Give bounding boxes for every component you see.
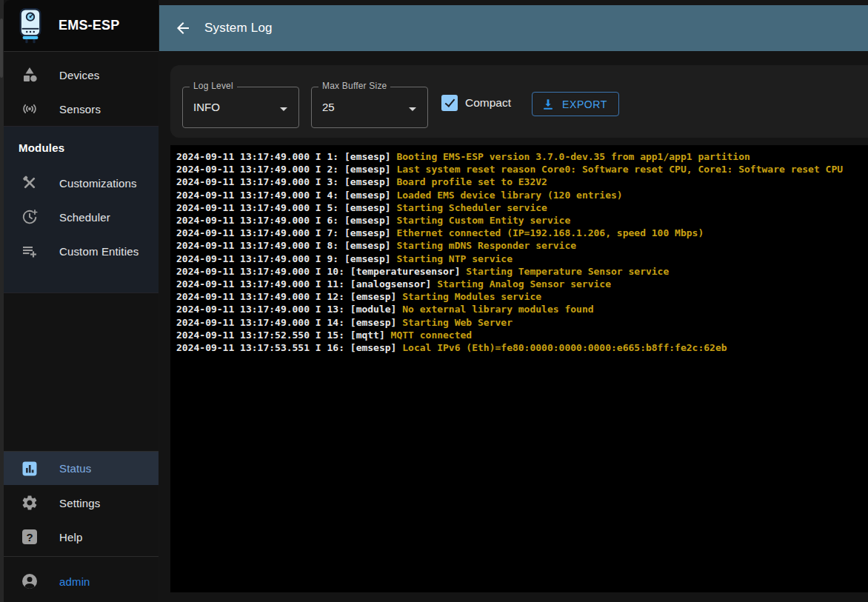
log-line: 2024-09-11 13:17:49.000 I 11: [analogsen… bbox=[176, 278, 862, 290]
log-line: 2024-09-11 13:17:49.000 I 3: [emsesp] Bo… bbox=[176, 175, 862, 188]
sidebar-item-help[interactable]: ? Help bbox=[4, 520, 158, 554]
sidebar-item-label: Status bbox=[59, 462, 91, 475]
max-buffer-size-select[interactable]: Max Buffer Size 25 bbox=[311, 87, 428, 128]
sidebar-item-status[interactable]: Status bbox=[4, 451, 158, 485]
export-button-label: EXPORT bbox=[562, 98, 607, 110]
gear-icon bbox=[21, 494, 39, 512]
category-icon bbox=[21, 66, 39, 84]
log-line: 2024-09-11 13:17:49.000 I 1: [emsesp] Bo… bbox=[176, 150, 862, 163]
log-line: 2024-09-11 13:17:49.000 I 5: [emsesp] St… bbox=[176, 201, 862, 214]
export-button[interactable]: EXPORT bbox=[532, 92, 619, 116]
log-line: 2024-09-11 13:17:53.551 I 16: [emsesp] L… bbox=[176, 341, 862, 354]
sidebar: EMS-ESP Devices Sensors Modules bbox=[4, 0, 158, 602]
log-line: 2024-09-11 13:17:49.000 I 10: [temperatu… bbox=[176, 265, 862, 278]
log-level-select[interactable]: Log Level INFO bbox=[182, 87, 299, 128]
account-circle-icon bbox=[21, 572, 39, 590]
compact-checkbox[interactable] bbox=[441, 95, 458, 111]
username-label: admin bbox=[59, 575, 90, 588]
app-header: System Log bbox=[159, 5, 868, 51]
compact-label[interactable]: Compact bbox=[465, 96, 511, 110]
log-line: 2024-09-11 13:17:49.000 I 2: [emsesp] La… bbox=[176, 163, 862, 175]
app-logo-row: EMS-ESP bbox=[4, 0, 158, 52]
page-title: System Log bbox=[204, 21, 273, 36]
arrow-back-icon bbox=[174, 19, 192, 37]
max-buffer-size-value: 25 bbox=[322, 101, 335, 113]
modules-section: Modules Customizations bbox=[4, 126, 158, 293]
playlist-add-icon bbox=[21, 242, 39, 260]
help-icon: ? bbox=[21, 528, 39, 546]
log-lines: 2024-09-11 13:17:49.000 I 1: [emsesp] Bo… bbox=[176, 150, 862, 354]
log-level-value: INFO bbox=[193, 101, 220, 113]
log-line: 2024-09-11 13:17:49.000 I 8: [emsesp] St… bbox=[176, 239, 862, 252]
log-line: 2024-09-11 13:17:49.000 I 6: [emsesp] St… bbox=[176, 214, 862, 227]
sidebar-item-label: Scheduler bbox=[59, 211, 110, 224]
sidebar-item-admin[interactable]: admin bbox=[4, 561, 158, 602]
sidebar-item-label: Settings bbox=[59, 497, 100, 509]
log-line: 2024-09-11 13:17:49.000 I 4: [emsesp] Lo… bbox=[176, 189, 862, 201]
log-line: 2024-09-11 13:17:49.000 I 12: [emsesp] S… bbox=[176, 290, 862, 303]
modules-header: Modules bbox=[4, 127, 158, 154]
construction-icon bbox=[21, 174, 39, 192]
app-title: EMS-ESP bbox=[59, 18, 119, 33]
analytics-icon bbox=[21, 460, 39, 478]
sidebar-item-label: Sensors bbox=[59, 103, 101, 116]
sidebar-item-label: Help bbox=[59, 531, 82, 544]
log-viewport[interactable]: 2024-09-11 13:17:49.000 I 1: [emsesp] Bo… bbox=[170, 145, 868, 592]
back-button[interactable] bbox=[174, 19, 192, 37]
sidebar-item-settings[interactable]: Settings bbox=[4, 486, 158, 520]
more-time-icon bbox=[21, 208, 39, 226]
sidebar-item-label: Devices bbox=[59, 69, 99, 81]
chevron-down-icon bbox=[275, 100, 293, 118]
log-level-label: Log Level bbox=[190, 81, 237, 91]
log-controls-card: Log Level INFO Max Buffer Size 25 Compac… bbox=[170, 65, 868, 138]
sensors-icon bbox=[21, 100, 39, 118]
download-icon bbox=[541, 97, 555, 112]
log-line: 2024-09-11 13:17:49.000 I 9: [emsesp] St… bbox=[176, 252, 862, 265]
sidebar-item-label: Customizations bbox=[59, 177, 137, 190]
max-buffer-size-label: Max Buffer Size bbox=[318, 81, 390, 91]
sidebar-item-custom-entities[interactable]: Custom Entities bbox=[4, 234, 158, 268]
log-line: 2024-09-11 13:17:49.000 I 7: [emsesp] Et… bbox=[176, 227, 862, 239]
sidebar-item-scheduler[interactable]: Scheduler bbox=[4, 200, 158, 234]
chevron-down-icon bbox=[404, 100, 421, 118]
log-line: 2024-09-11 13:17:49.000 I 13: [module] N… bbox=[176, 303, 862, 315]
sidebar-item-customizations[interactable]: Customizations bbox=[4, 166, 158, 200]
sidebar-item-devices[interactable]: Devices bbox=[4, 58, 158, 92]
log-line: 2024-09-11 13:17:52.550 I 15: [mqtt] MQT… bbox=[176, 329, 862, 341]
sidebar-item-label: Custom Entities bbox=[59, 245, 138, 258]
sidebar-divider bbox=[4, 556, 158, 557]
sidebar-item-sensors[interactable]: Sensors bbox=[4, 92, 158, 126]
boiler-logo-icon bbox=[16, 7, 44, 44]
scrollbar-thumb[interactable] bbox=[0, 19, 3, 78]
log-line: 2024-09-11 13:17:49.000 I 14: [emsesp] S… bbox=[176, 316, 862, 329]
